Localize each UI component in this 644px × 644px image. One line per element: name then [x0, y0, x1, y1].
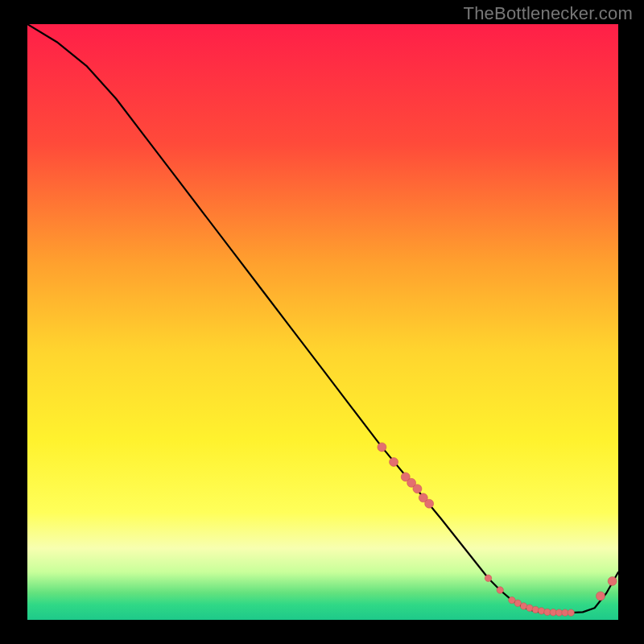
data-point — [390, 457, 398, 466]
data-point — [538, 608, 544, 614]
data-point — [608, 576, 617, 585]
data-point — [596, 592, 605, 601]
data-point — [568, 609, 574, 616]
data-point — [509, 597, 515, 603]
data-point — [485, 575, 491, 581]
data-point — [425, 499, 434, 508]
data-point — [497, 587, 503, 593]
watermark-text: TheBottlenecker.com — [464, 3, 633, 24]
data-point — [526, 605, 533, 611]
data-point — [514, 600, 521, 606]
data-point — [378, 443, 386, 452]
plot-area — [27, 24, 618, 620]
gradient-background — [27, 24, 618, 620]
chart-frame: TheBottlenecker.com — [0, 0, 644, 644]
data-point — [520, 603, 526, 609]
data-point — [532, 606, 539, 613]
data-point — [413, 485, 422, 493]
chart-svg — [27, 24, 618, 620]
